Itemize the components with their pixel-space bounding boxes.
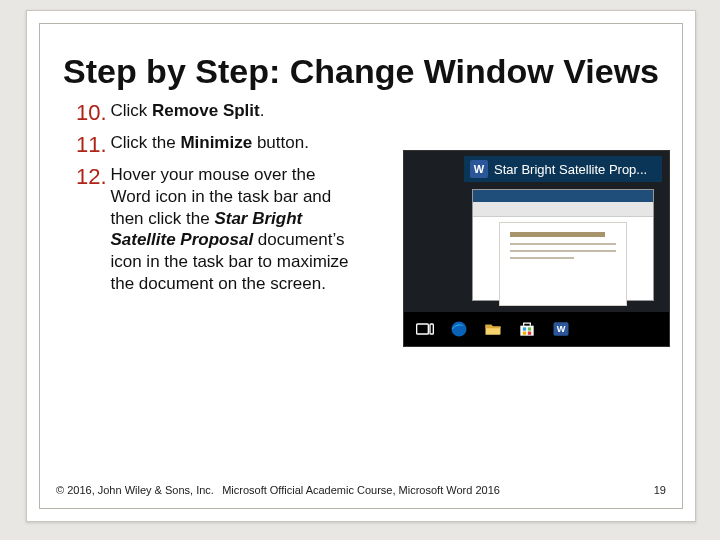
step-text: Click the Minimize button. [110, 132, 350, 154]
step-number: 11. [76, 132, 106, 158]
document-thumbnail [472, 189, 654, 301]
content-area: 10. Click Remove Split. 11. Click the Mi… [76, 100, 658, 430]
preview-window-header: W Star Bright Satellite Prop... [464, 156, 662, 182]
thumbnail-text-line [510, 257, 574, 259]
windows-taskbar: W [404, 312, 669, 346]
svg-rect-6 [523, 332, 526, 335]
taskbar-preview-figure: W Star Bright Satellite Prop... [403, 150, 670, 347]
task-view-icon [414, 318, 436, 340]
file-explorer-icon [482, 318, 504, 340]
slide-footer: © 2016, John Wiley & Sons, Inc. Microsof… [56, 484, 666, 496]
slide: Step by Step: Change Window Views 10. Cl… [26, 10, 696, 522]
edge-icon [448, 318, 470, 340]
svg-point-2 [452, 322, 467, 337]
svg-rect-1 [430, 324, 433, 334]
step-text: Click Remove Split. [110, 100, 350, 122]
footer-center-text: Microsoft Official Academic Course, Micr… [56, 484, 666, 496]
slide-title: Step by Step: Change Window Views [60, 52, 662, 90]
word-taskbar-icon: W [550, 318, 572, 340]
thumbnail-titlebar [473, 190, 653, 202]
thumbnail-ribbon [473, 202, 653, 217]
steps-list: 10. Click Remove Split. 11. Click the Mi… [76, 100, 366, 295]
step-text: Hover your mouse over the Word icon in t… [110, 164, 350, 295]
step-number: 12. [76, 164, 106, 190]
svg-rect-4 [523, 327, 526, 330]
svg-rect-5 [528, 327, 531, 330]
slide-inner-border: Step by Step: Change Window Views 10. Cl… [39, 23, 683, 509]
thumbnail-text-line [510, 250, 616, 252]
thumbnail-text-line [510, 243, 616, 245]
list-item: 11. Click the Minimize button. [76, 132, 366, 158]
svg-rect-7 [528, 332, 531, 335]
preview-window-title: Star Bright Satellite Prop... [494, 162, 647, 177]
word-app-icon: W [470, 160, 488, 178]
svg-rect-0 [417, 324, 429, 334]
thumbnail-page [499, 222, 627, 306]
thumbnail-heading-line [510, 232, 605, 237]
svg-text:W: W [557, 324, 566, 334]
taskbar-icons: W [404, 312, 669, 346]
list-item: 10. Click Remove Split. [76, 100, 366, 126]
step-number: 10. [76, 100, 106, 126]
svg-rect-3 [520, 326, 533, 336]
store-icon [516, 318, 538, 340]
list-item: 12. Hover your mouse over the Word icon … [76, 164, 366, 295]
